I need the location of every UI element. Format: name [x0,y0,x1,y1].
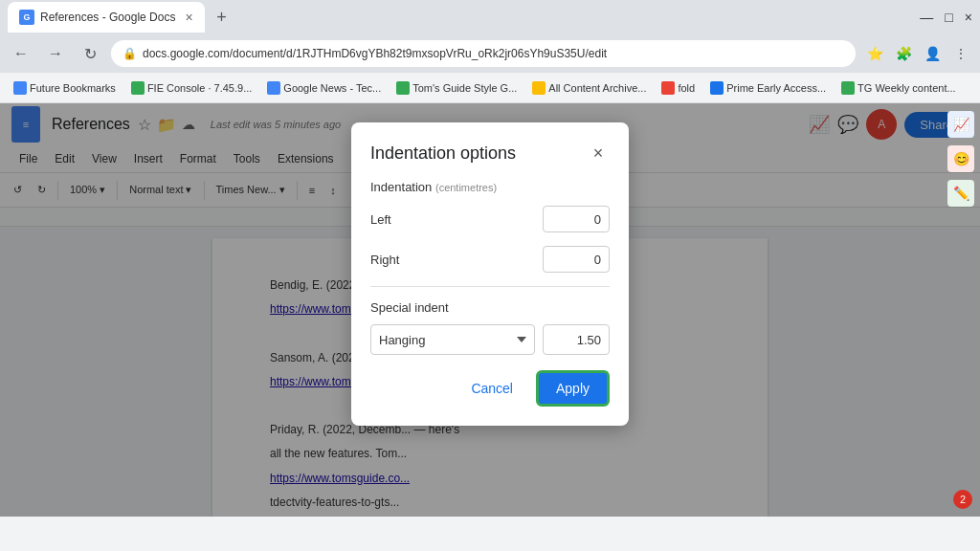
forward-button[interactable]: → [42,40,69,67]
indentation-label: Indentation [370,180,432,194]
bookmark-fie[interactable]: FIE Console · 7.45.9... [125,79,257,97]
bookmark-label: All Content Archive... [548,82,646,94]
bookmark-gnews[interactable]: Google News - Tec... [261,79,387,97]
active-tab[interactable]: G References - Google Docs × [8,2,205,33]
url-text: docs.google.com/document/d/1RJTHmD6vgYBh… [143,47,607,60]
docs-tab-icon: G [19,10,34,25]
left-label: Left [370,212,391,227]
extensions-icon[interactable]: 🧩 [892,42,915,65]
bookmark-label: Prime Early Access... [726,82,826,94]
apply-button[interactable]: Apply [536,370,610,407]
minimize-button[interactable]: — [920,10,933,25]
bookmarks-bar: Future Bookmarks FIE Console · 7.45.9...… [0,73,980,103]
close-tab-button[interactable]: × [185,10,192,25]
cancel-button[interactable]: Cancel [459,373,524,404]
bookmark-icon [131,81,145,95]
bookmark-label: fold [678,82,695,94]
tab-bar: G References - Google Docs × + — □ × [0,0,980,34]
new-tab-button[interactable]: + [209,4,235,31]
address-bar-row: ← → ↻ 🔒 docs.google.com/document/d/1RJTH… [0,34,980,73]
side-panel: 📈 😊 ✏️ [942,103,980,214]
refresh-button[interactable]: ↻ [77,40,103,67]
bookmark-icon [13,81,27,95]
star-icon[interactable]: ⭐ [863,42,886,65]
docs-area: ≡ References ☆ 📁 ☁ Last edit was 5 minut… [0,103,980,517]
notification-badge: 2 [953,490,972,509]
left-indent-input[interactable] [543,206,610,232]
bookmark-label: Future Bookmarks [30,82,116,94]
modal-title: Indentation options [370,143,516,164]
bookmark-fold[interactable]: fold [656,79,701,97]
browser-toolbar-icons: ⭐ 🧩 👤 ⋮ [863,42,972,65]
bookmark-icon [396,81,410,95]
indentation-sub-label: (centimetres) [435,182,497,193]
profile-icon[interactable]: 👤 [921,42,944,65]
bookmark-tgweekly[interactable]: TG Weekly content... [835,79,962,97]
indentation-section-label: Indentation (centimetres) [370,180,610,194]
modal-close-button[interactable]: × [587,142,610,165]
right-indent-row: Right [370,246,610,273]
side-icon-smiley[interactable]: 😊 [947,145,974,172]
special-indent-select[interactable]: Hanging None First line [370,324,535,355]
left-indent-row: Left [370,206,610,232]
bookmark-icon [532,81,546,95]
bookmark-future[interactable]: Future Bookmarks [8,79,122,97]
tab-title: References - Google Docs [40,11,175,24]
bookmark-icon [661,81,675,95]
modal-header: Indentation options × [370,142,610,165]
indentation-modal: Indentation options × Indentation (centi… [351,122,629,426]
bookmark-icon [841,81,855,95]
bookmark-label: Tom's Guide Style G... [412,82,517,94]
bookmark-icon [710,81,724,95]
special-indent-value[interactable] [543,324,610,355]
side-icon-chart[interactable]: 📈 [947,111,974,138]
bookmark-label: FIE Console · 7.45.9... [147,82,252,94]
close-window-button[interactable]: × [965,10,972,25]
special-indent-row: Hanging None First line [370,324,610,355]
special-indent-label: Special indent [370,300,610,315]
menu-icon[interactable]: ⋮ [949,42,972,65]
modal-divider [370,286,610,287]
address-bar[interactable]: 🔒 docs.google.com/document/d/1RJTHmD6vgY… [111,40,856,67]
bookmark-toms[interactable]: Tom's Guide Style G... [390,79,523,97]
window-controls: — □ × [920,10,972,25]
bookmark-prime[interactable]: Prime Early Access... [704,79,832,97]
bookmark-label: Google News - Tec... [283,82,381,94]
bookmark-label: TG Weekly content... [858,82,956,94]
back-button[interactable]: ← [8,40,34,67]
side-icon-edit[interactable]: ✏️ [947,180,974,207]
browser-chrome: G References - Google Docs × + — □ × ← →… [0,0,980,103]
bookmark-icon [267,81,280,95]
bookmark-archive[interactable]: All Content Archive... [526,79,652,97]
lock-icon: 🔒 [122,47,137,60]
modal-overlay: Indentation options × Indentation (centi… [0,103,980,517]
right-indent-input[interactable] [543,246,610,273]
maximize-button[interactable]: □ [945,10,952,25]
modal-footer: Cancel Apply [370,370,610,407]
right-label: Right [370,253,399,267]
